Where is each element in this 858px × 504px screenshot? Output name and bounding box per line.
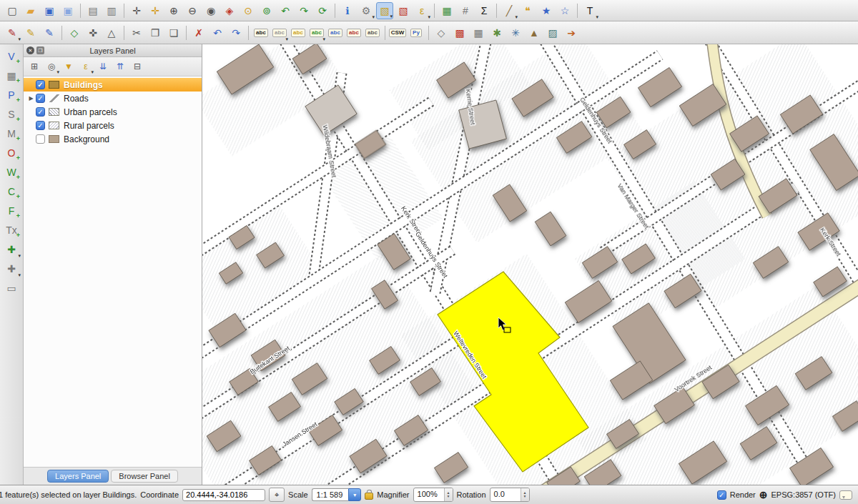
add-layer-definition[interactable]: ▭ [2,279,21,297]
deselect-features[interactable]: ▧ [395,2,412,19]
toggle-editing[interactable]: ✎ [22,24,39,41]
layer-visibility-checkbox[interactable]: ✓ [36,121,45,130]
new-shapefile-layer[interactable]: ✚▾ [2,240,21,258]
zonal-statistics[interactable]: ▨ [544,24,561,41]
layer-row-roads[interactable]: ▶✓Roads [24,92,202,105]
statistical-summary[interactable]: Σ [475,2,493,19]
move-feature[interactable]: ✜ [84,24,102,41]
zoom-to-selection[interactable]: ⊙ [240,2,257,19]
new-bookmark[interactable]: ★ [538,2,555,19]
layer-row-urban-parcels[interactable]: ✓Urban parcels [24,105,202,119]
scale-combobox[interactable]: 1:1 589 ▾ [312,488,362,501]
add-postgis-layer[interactable]: P+ [2,86,21,104]
cut-features[interactable]: ✂ [128,24,145,41]
add-vector-layer[interactable]: V+ [2,47,21,65]
rotate-label[interactable]: abc [345,24,363,41]
move-label[interactable]: abc [327,24,344,41]
paste-features[interactable]: ❏ [165,24,182,41]
show-hide-labels[interactable]: abc▾ [308,24,325,41]
identify-features[interactable]: ℹ [339,2,356,19]
layer-visibility-checkbox[interactable]: ✓ [36,80,45,89]
save-project[interactable]: ▣ [41,2,58,19]
rotation-spin-arrows-icon[interactable]: ▲▼ [521,488,529,501]
layer-visibility-checkbox[interactable]: ✓ [36,94,45,103]
field-calculator[interactable]: # [457,2,474,19]
layer-labeling-options[interactable]: abc [252,24,270,41]
add-delimited-text-layer[interactable]: Tx+ [2,221,21,239]
terrain-analysis[interactable]: ▲ [526,24,543,41]
highlight-pinned-labels[interactable]: abc [290,24,307,41]
heatmap[interactable]: ✱ [488,24,506,41]
magnifier-spinbox[interactable]: 100% ▲▼ [413,488,453,502]
zoom-next[interactable]: ↷ [295,2,312,19]
open-project[interactable]: ▰ [22,2,39,19]
add-feature[interactable]: ◇ [66,24,83,41]
filter-legend[interactable]: ▼ [61,59,77,74]
python-console[interactable]: Py [408,24,425,41]
log-messages-icon[interactable] [839,490,852,500]
map-tips[interactable]: ❝ [519,2,536,19]
redo[interactable]: ↷ [227,24,245,41]
select-features-by-area[interactable]: ▧▾ [376,2,393,19]
add-mssql-layer[interactable]: M+ [2,124,21,142]
zoom-out[interactable]: ⊖ [184,2,201,19]
panel-undock-icon[interactable]: ❐ [36,46,44,54]
rotation-spinbox[interactable]: 0.0 ▲▼ [490,488,530,502]
current-edits[interactable]: ✎▾ [4,24,21,41]
undo[interactable]: ↶ [209,24,226,41]
copy-features[interactable]: ❐ [147,24,164,41]
metasearch-csw[interactable]: CSW [389,24,406,41]
interpolation[interactable]: ✳ [507,24,524,41]
layer-visibility-checkbox[interactable]: ✓ [36,107,45,117]
map-canvas[interactable]: Wildebraam StreetKerrie StreetKerk Stree… [202,44,858,485]
coordinate-input[interactable] [182,489,265,501]
crs-status[interactable]: EPSG:3857 (OTF) [771,490,836,499]
change-label-properties[interactable]: abc [364,24,381,41]
pan-to-selection[interactable]: ✛ [147,2,164,19]
layer-visibility-checkbox[interactable] [36,134,45,144]
scale-dropdown-icon[interactable]: ▾ [348,488,361,501]
open-attribute-table[interactable]: ▦ [438,2,455,19]
pan-map[interactable]: ✛ [128,2,145,19]
layer-row-rural-parcels[interactable]: ✓Rural parcels [24,119,202,132]
collapse-all[interactable]: ⇈ [112,59,128,74]
filter-by-expression[interactable]: ε▾ [78,59,94,74]
road-graph[interactable]: ➔ [563,24,580,41]
expander-icon[interactable]: ▶ [26,95,36,102]
select-by-expression[interactable]: ε▾ [413,2,430,19]
layer-row-buildings[interactable]: ✓Buildings [24,78,202,92]
expand-all[interactable]: ⇊ [95,59,111,74]
zoom-in[interactable]: ⊕ [165,2,182,19]
zoom-actual-size[interactable]: ◉ [202,2,220,19]
layer-row-background[interactable]: Background [24,132,202,146]
refresh-map[interactable]: ⟳ [314,2,331,19]
add-wfs-layer[interactable]: F+ [2,202,21,219]
new-print-composer[interactable]: ▤ [84,2,102,19]
georeferencer[interactable]: ▦ [470,24,487,41]
run-feature-action[interactable]: ⚙▾ [358,2,375,19]
geometry-checker[interactable]: ◇ [433,24,450,41]
save-project-as[interactable]: ▣ [59,2,77,19]
manage-map-themes[interactable]: ◎▾ [44,59,59,74]
tab-browser-panel[interactable]: Browser Panel [111,470,178,483]
render-checkbox[interactable]: ✓ [717,490,726,500]
crs-globe-icon[interactable]: ⊕ [759,490,768,500]
text-annotation[interactable]: T▾ [581,2,598,19]
add-spatialite-layer[interactable]: S+ [2,105,21,123]
node-tool[interactable]: △ [103,24,120,41]
save-layer-edits[interactable]: ✎ [41,24,58,41]
add-wms-layer[interactable]: W+ [2,163,21,181]
add-oracle-layer[interactable]: O+ [2,144,21,162]
new-spatialite-layer[interactable]: ✚▾ [2,260,21,277]
new-project[interactable]: ▢ [4,2,21,19]
composer-manager[interactable]: ▥ [103,2,120,19]
magnifier-spin-arrows-icon[interactable]: ▲▼ [444,488,453,501]
pin-unpin-labels[interactable]: abc▾ [271,24,288,41]
topology-checker[interactable]: ▩ [451,24,468,41]
panel-close-icon[interactable]: ✕ [26,46,34,54]
add-raster-layer[interactable]: ▦+ [2,66,21,84]
add-wcs-layer[interactable]: C+ [2,182,21,200]
show-bookmarks[interactable]: ☆ [556,2,573,19]
toggle-extents-button[interactable]: ⌖ [269,488,285,502]
tab-layers-panel[interactable]: Layers Panel [47,470,109,483]
